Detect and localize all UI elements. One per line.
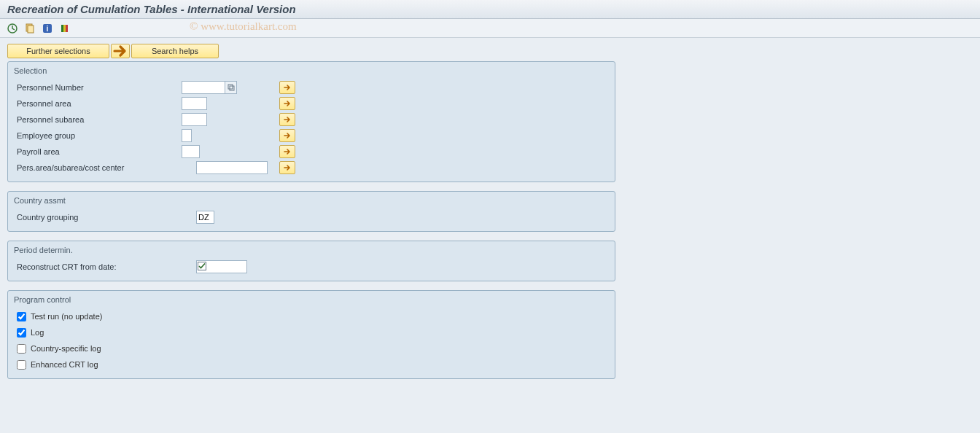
employee-group-label: Employee group — [14, 131, 182, 140]
row-enh-crt-log: Enhanced CRT log — [14, 356, 609, 372]
application-toolbar: i © www.tutorialkart.com — [0, 19, 980, 38]
search-helps-label: Search helps — [152, 47, 198, 55]
selection-title: Selection — [14, 66, 609, 75]
row-personnel-area: Personnel area — [14, 95, 609, 112]
search-helps-button[interactable]: Search helps — [131, 44, 219, 58]
svg-rect-8 — [228, 85, 233, 89]
row-personnel-number: Personnel Number — [14, 79, 609, 95]
pers-area-cost-input[interactable] — [196, 161, 268, 174]
personnel-subarea-label: Personnel subarea — [14, 115, 182, 124]
personnel-area-label: Personnel area — [14, 99, 182, 108]
title-bar: Recreation of Cumulation Tables - Intern… — [0, 0, 980, 19]
personnel-number-matchcode[interactable] — [225, 81, 237, 94]
pers-area-cost-label: Pers.area/subarea/cost center — [14, 163, 196, 172]
test-run-label: Test run (no update) — [31, 312, 102, 321]
svg-rect-9 — [230, 86, 234, 90]
personnel-number-label: Personnel Number — [14, 83, 182, 92]
employee-group-multiple[interactable] — [279, 129, 295, 142]
personnel-number-input[interactable] — [182, 81, 225, 94]
log-label: Log — [31, 328, 44, 337]
reconstruct-label: Reconstruct CRT from date: — [14, 262, 196, 271]
payroll-area-input[interactable] — [182, 145, 200, 158]
test-run-checkbox[interactable] — [17, 312, 26, 321]
period-group: Period determin. Reconstruct CRT from da… — [7, 241, 615, 281]
svg-rect-5 — [61, 25, 63, 32]
country-log-label: Country-specific log — [31, 344, 101, 353]
country-group: Country assmt Country grouping — [7, 191, 615, 232]
payroll-area-multiple[interactable] — [279, 145, 295, 158]
row-personnel-subarea: Personnel subarea — [14, 112, 609, 128]
further-selections-button[interactable]: Further selections — [7, 44, 109, 58]
personnel-area-input[interactable] — [182, 97, 207, 110]
variant-icon[interactable] — [23, 22, 36, 35]
pers-area-cost-multiple[interactable] — [279, 161, 295, 174]
payroll-area-label: Payroll area — [14, 147, 182, 156]
row-log: Log — [14, 324, 609, 340]
page-title: Recreation of Cumulation Tables - Intern… — [7, 3, 296, 15]
country-title: Country assmt — [14, 196, 609, 205]
svg-rect-6 — [63, 25, 66, 32]
flag-icon[interactable] — [58, 22, 71, 35]
personnel-subarea-input[interactable] — [182, 113, 207, 126]
row-country-log: Country-specific log — [14, 340, 609, 356]
row-test-run: Test run (no update) — [14, 308, 609, 324]
svg-rect-2 — [28, 26, 34, 33]
selection-group: Selection Personnel Number Personnel are… — [7, 61, 615, 182]
personnel-number-multiple[interactable] — [279, 81, 295, 94]
check-icon — [198, 262, 206, 272]
ribbon-arrow-button[interactable] — [111, 44, 130, 58]
svg-rect-7 — [66, 25, 68, 32]
enh-crt-log-label: Enhanced CRT log — [31, 360, 98, 369]
personnel-area-multiple[interactable] — [279, 97, 295, 110]
program-group: Program control Test run (no update) Log… — [7, 290, 615, 379]
watermark-text: © www.tutorialkart.com — [190, 20, 297, 33]
row-country-grouping: Country grouping — [14, 209, 609, 225]
row-payroll-area: Payroll area — [14, 144, 609, 160]
execute-icon[interactable] — [6, 22, 19, 35]
svg-text:i: i — [47, 25, 49, 33]
employee-group-input[interactable] — [182, 129, 192, 142]
period-title: Period determin. — [14, 246, 609, 254]
country-grouping-input[interactable] — [196, 211, 214, 224]
personnel-subarea-multiple[interactable] — [279, 113, 295, 126]
country-log-checkbox[interactable] — [17, 344, 26, 354]
ribbon-row: Further selections Search helps — [7, 44, 973, 58]
info-icon[interactable]: i — [41, 22, 54, 35]
content-area: Further selections Search helps Selectio… — [0, 38, 980, 394]
further-selections-label: Further selections — [26, 47, 90, 55]
log-checkbox[interactable] — [17, 328, 26, 338]
country-grouping-label: Country grouping — [14, 213, 196, 222]
row-reconstruct: Reconstruct CRT from date: — [14, 259, 609, 275]
row-employee-group: Employee group — [14, 128, 609, 144]
row-pers-area-cost: Pers.area/subarea/cost center — [14, 160, 609, 176]
program-title: Program control — [14, 295, 609, 304]
enh-crt-log-checkbox[interactable] — [17, 360, 26, 370]
